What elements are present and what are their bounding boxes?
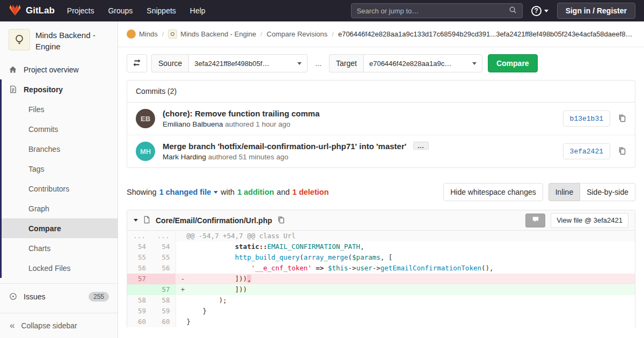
new-line-number[interactable]: 56	[151, 263, 175, 274]
sidebar-item-graph[interactable]: Graph	[2, 199, 118, 218]
help-icon: ?	[531, 6, 541, 16]
new-line-number[interactable]: 60	[151, 317, 175, 327]
code-line: static::EMAIL_CONFIRMATION_PATH,	[175, 241, 635, 252]
sidebar-item-files[interactable]: Files	[2, 99, 118, 119]
sub-item-label: Graph	[28, 204, 49, 213]
code-line: + ]))	[175, 284, 635, 295]
sidebar-item-charts[interactable]: Charts	[2, 238, 118, 258]
new-line-number[interactable]: 54	[151, 241, 175, 252]
group-avatar	[127, 30, 136, 39]
changed-files-dropdown[interactable]: 1 changed file	[159, 188, 218, 196]
old-line-number[interactable]: 59	[127, 306, 151, 317]
commit-author-link[interactable]: Mark Harding	[163, 153, 206, 161]
sub-item-label: Compare	[28, 224, 61, 233]
sidebar-item-issues[interactable]: Issues 255	[0, 286, 118, 306]
sidebar-item-tags[interactable]: Tags	[2, 159, 118, 179]
diff-summary-row: Showing 1 changed file with 1 addition a…	[118, 183, 644, 201]
avatar[interactable]: MH	[136, 142, 155, 161]
breadcrumb-project[interactable]: Minds Backend - Engine	[168, 30, 256, 39]
sidebar-item-contributors[interactable]: Contributors	[2, 179, 118, 199]
sign-in-button[interactable]: Sign in / Register	[557, 3, 635, 19]
sidebar-item-commits[interactable]: Commits	[2, 119, 118, 139]
diff-row: 5959 }	[127, 306, 635, 317]
sidebar-item-label: Issues	[24, 292, 45, 301]
commit-time: authored 51 minutes ago	[208, 153, 288, 161]
compare-button[interactable]: Compare	[488, 54, 538, 72]
new-line-number[interactable]: 57	[151, 284, 175, 295]
copy-sha-button[interactable]	[618, 146, 626, 157]
double-chevron-left-icon: «	[10, 320, 14, 331]
toggle-comments-button[interactable]	[525, 214, 545, 227]
gitlab-home-link[interactable]: GitLab	[9, 4, 55, 18]
collapse-sidebar-button[interactable]: « Collapse sidebar	[0, 313, 118, 338]
nav-snippets[interactable]: Snippets	[140, 0, 182, 21]
sub-item-label: Charts	[28, 244, 50, 253]
copy-sha-button[interactable]	[618, 114, 626, 124]
view-file-button[interactable]: View file @ 3efa2421	[551, 213, 628, 228]
old-line-number[interactable]: 55	[127, 252, 151, 263]
commit-author-link[interactable]: Emiliano Balbuena	[163, 120, 223, 128]
sidebar-project-header[interactable]: Minds Backend - Engine	[0, 21, 118, 57]
changed-files-label: 1 changed file	[159, 188, 211, 196]
help-menu[interactable]: ?	[531, 6, 548, 16]
sidebar-item-project-overview[interactable]: Project overview	[0, 60, 118, 79]
sidebar-item-locked-files[interactable]: Locked Files	[2, 258, 118, 278]
old-line-number[interactable]: 60	[127, 317, 151, 327]
breadcrumb-separator: /	[327, 30, 338, 38]
hide-whitespace-button[interactable]: Hide whitespace changes	[443, 183, 543, 201]
nav-help[interactable]: Help	[183, 0, 213, 21]
sidebar: Minds Backend - Engine Project overview …	[0, 21, 118, 338]
compare-form: Source 3efa2421ff8ef498b05f… ... Target …	[118, 47, 644, 80]
source-label: Source	[151, 54, 188, 72]
old-line-number[interactable]: 57	[127, 274, 151, 284]
diff-file-header: Core/Email/Confirmation/Url.php View fil…	[127, 210, 635, 231]
nav-projects[interactable]: Projects	[60, 0, 101, 21]
sidebar-item-repository[interactable]: Repository	[2, 79, 118, 99]
search-input[interactable]	[357, 7, 509, 15]
old-line-number[interactable]: 54	[127, 241, 151, 252]
sidebar-item-branches[interactable]: Branches	[2, 139, 118, 159]
project-avatar-small	[168, 30, 177, 39]
breadcrumb-label: Minds	[139, 30, 158, 38]
additions-count: 1 addition	[237, 188, 274, 196]
diff-table: ...... @@ -54,7 +54,7 @@ class Url5454 s…	[127, 231, 635, 327]
expand-commit-description-button[interactable]: …	[413, 142, 429, 150]
collapse-diff-icon[interactable]	[134, 219, 138, 222]
commit-sha-button[interactable]: 3efa2421	[563, 143, 610, 159]
breadcrumb-group[interactable]: Minds	[127, 30, 158, 39]
source-input-group: Source 3efa2421ff8ef498b05f…	[151, 54, 308, 72]
commit-title-line: Merge branch 'hotfix/email-confirmation-…	[163, 142, 555, 151]
target-revision-dropdown[interactable]: e706446f42e828aa1a9c…	[363, 54, 482, 72]
compare-ellipsis: ...	[315, 59, 321, 68]
new-line-number[interactable]	[151, 274, 175, 284]
old-line-number[interactable]: 58	[127, 295, 151, 306]
inline-view-button[interactable]: Inline	[548, 183, 580, 201]
commit-meta: Mark Harding authored 51 minutes ago	[163, 153, 555, 161]
search-box[interactable]	[351, 3, 523, 18]
old-line-number[interactable]: 56	[127, 263, 151, 274]
code-line: }	[175, 306, 635, 317]
sub-item-label: Commits	[28, 125, 58, 134]
home-icon	[9, 65, 17, 74]
breadcrumb-compare-revisions[interactable]: Compare Revisions	[267, 30, 327, 38]
source-revision-dropdown[interactable]: 3efa2421ff8ef498b05f…	[188, 54, 308, 72]
new-line-number[interactable]: 55	[151, 252, 175, 263]
old-line-number[interactable]	[127, 284, 151, 295]
commit-title-link[interactable]: (chore): Remove function trailing comma	[163, 109, 555, 118]
new-line-number[interactable]: 58	[151, 295, 175, 306]
commit-sha-button[interactable]: b13e1b31	[563, 111, 610, 127]
chevron-down-icon	[472, 62, 477, 65]
commit-title-link[interactable]: Merge branch 'hotfix/email-confirmation-…	[163, 142, 406, 151]
sidebar-item-compare[interactable]: Compare	[2, 218, 118, 238]
sub-item-label: Locked Files	[28, 264, 71, 273]
file-path-link[interactable]: Core/Email/Confirmation/Url.php	[156, 216, 272, 225]
new-line-number[interactable]: 59	[151, 306, 175, 317]
copy-file-path-button[interactable]	[277, 216, 285, 225]
nav-groups[interactable]: Groups	[101, 0, 140, 21]
avatar[interactable]: EB	[136, 109, 155, 128]
commit-row: MH Merge branch 'hotfix/email-confirmati…	[127, 135, 635, 167]
diff-row: 6060 }	[127, 317, 635, 327]
swap-revisions-button[interactable]	[127, 54, 147, 72]
side-by-side-view-button[interactable]: Side-by-side	[580, 183, 635, 201]
breadcrumb-label: Compare Revisions	[267, 30, 327, 38]
